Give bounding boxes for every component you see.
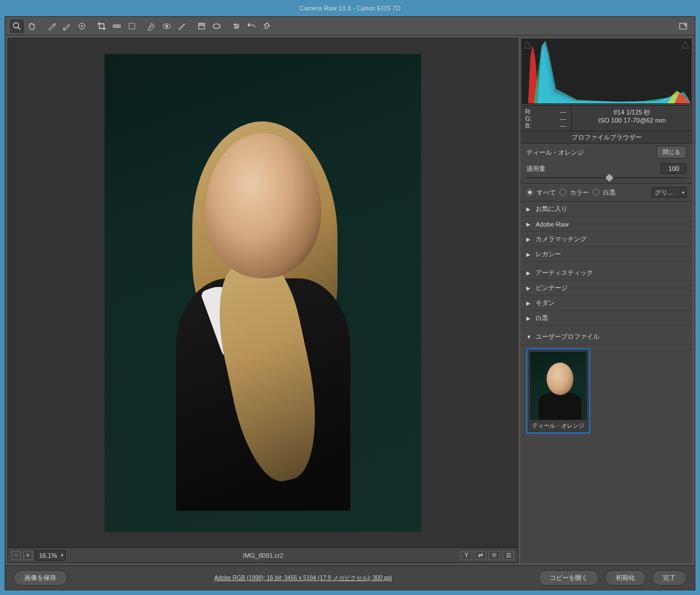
filter-all-label: すべて <box>537 188 556 197</box>
svg-point-0 <box>13 23 19 28</box>
profile-group-list: ▶お気に入り ▶Adobe Raw ▶カメラマッチング ▶レガシー ▶アーティス… <box>520 202 692 563</box>
spot-removal-tool[interactable] <box>145 19 159 33</box>
svg-line-1 <box>18 27 20 30</box>
preview-canvas[interactable] <box>8 38 518 547</box>
transform-tool[interactable] <box>125 19 139 33</box>
highlight-clip-icon[interactable] <box>681 41 690 49</box>
group-artistic[interactable]: ▶アーティスティック <box>520 266 692 281</box>
reset-button[interactable]: 初期化 <box>605 570 646 586</box>
brush-tool[interactable] <box>175 19 189 33</box>
amount-value[interactable]: 100 <box>661 163 687 174</box>
done-button[interactable]: 完了 <box>652 570 687 586</box>
radial-filter-tool[interactable] <box>210 19 224 33</box>
bottom-bar: 画像を保存 Adobe RGB (1998); 16 bit; 3456 x 5… <box>5 565 695 590</box>
group-bw[interactable]: ▶白黒 <box>520 311 692 326</box>
target-adjust-tool[interactable] <box>75 19 89 33</box>
group-legacy[interactable]: ▶レガシー <box>520 247 692 262</box>
preview-panel: − + 16.1% IMG_8091.cr2 Y ⇄ ⎘ ☰ <box>8 38 518 563</box>
side-panel: R:--- G:--- B:--- f/14 1/125 秒 ISO 100 1… <box>520 38 692 563</box>
panel-title: プロファイルブラウザー <box>520 131 692 144</box>
svg-rect-9 <box>129 23 135 29</box>
white-balance-tool[interactable] <box>45 19 59 33</box>
amount-label: 適用量 <box>526 164 656 173</box>
metadata-box: R:--- G:--- B:--- f/14 1/125 秒 ISO 100 1… <box>520 105 692 131</box>
svg-point-14 <box>213 24 220 28</box>
copy-settings-button[interactable]: ⎘ <box>489 551 500 560</box>
histogram[interactable] <box>522 39 691 104</box>
zoom-out-button[interactable]: − <box>12 551 21 560</box>
close-browser-button[interactable]: 閉じる <box>656 146 687 159</box>
svg-point-11 <box>166 25 168 27</box>
rotate-left-tool[interactable] <box>245 19 259 33</box>
shadow-clip-icon[interactable] <box>523 41 532 49</box>
app-frame: − + 16.1% IMG_8091.cr2 Y ⇄ ⎘ ☰ <box>5 16 695 590</box>
crop-tool[interactable] <box>95 19 109 33</box>
redeye-tool[interactable] <box>160 19 174 33</box>
group-camera-matching[interactable]: ▶カメラマッチング <box>520 232 692 247</box>
grad-filter-tool[interactable] <box>195 19 209 33</box>
save-image-button[interactable]: 画像を保存 <box>13 570 67 586</box>
rgb-readout: R:--- G:--- B:--- <box>520 106 572 131</box>
profile-thumbnail[interactable]: ☆ ティール・オレンジ <box>526 348 590 433</box>
filter-all-radio[interactable] <box>526 189 533 196</box>
amount-slider-thumb[interactable] <box>605 174 613 182</box>
grid-view-select[interactable]: グリ... <box>652 187 687 198</box>
rotate-right-tool[interactable] <box>260 19 274 33</box>
svg-rect-13 <box>199 23 204 26</box>
exif-readout: f/14 1/125 秒 ISO 100 17-70@62 mm <box>572 106 692 131</box>
filter-color-radio[interactable] <box>559 189 566 196</box>
svg-point-2 <box>63 28 65 30</box>
compare-y-button[interactable]: Y <box>461 551 472 560</box>
group-adobe-raw[interactable]: ▶Adobe Raw <box>520 217 692 232</box>
zoom-select[interactable]: 16.1% <box>35 550 66 561</box>
color-sampler-tool[interactable] <box>60 19 74 33</box>
fullscreen-tool[interactable] <box>676 19 690 33</box>
svg-point-20 <box>235 27 237 28</box>
hand-tool[interactable] <box>25 19 39 33</box>
profile-thumbnail-label: ティール・オレンジ <box>530 420 587 430</box>
filter-row: すべて カラー 白黒 グリ... <box>520 183 692 202</box>
toolbar <box>5 17 695 35</box>
svg-point-18 <box>235 23 236 25</box>
zoom-in-button[interactable]: + <box>23 551 33 560</box>
amount-slider[interactable] <box>520 175 692 183</box>
filter-bw-radio[interactable] <box>593 189 600 196</box>
swap-button[interactable]: ⇄ <box>475 551 486 560</box>
group-favorites[interactable]: ▶お気に入り <box>520 202 692 217</box>
preview-image <box>105 54 421 532</box>
workflow-options-link[interactable]: Adobe RGB (1998); 16 bit; 3456 x 5184 (1… <box>73 574 533 582</box>
profile-thumbnail-image <box>530 352 587 420</box>
current-profile-label: ティール・オレンジ <box>526 148 652 157</box>
svg-point-4 <box>81 25 83 27</box>
window-titlebar: Camera Raw 10.3 - Canon EOS 7D <box>0 0 700 16</box>
straighten-tool[interactable] <box>110 19 124 33</box>
open-copy-button[interactable]: コピーを開く <box>539 570 599 586</box>
zoom-tool[interactable] <box>10 19 24 33</box>
preview-footer: − + 16.1% IMG_8091.cr2 Y ⇄ ⎘ ☰ <box>8 547 518 562</box>
group-user-profiles[interactable]: ▼ユーザープロファイル <box>520 329 692 345</box>
group-vintage[interactable]: ▶ビンテージ <box>520 281 692 296</box>
preferences-tool[interactable] <box>229 19 243 33</box>
toggle-panel-button[interactable]: ☰ <box>502 551 514 560</box>
window-title: Camera Raw 10.3 - Canon EOS 7D <box>299 5 400 12</box>
filter-bw-label: 白黒 <box>603 188 616 197</box>
filter-color-label: カラー <box>570 188 589 197</box>
filename-label: IMG_8091.cr2 <box>68 552 458 559</box>
svg-point-19 <box>237 25 239 27</box>
group-modern[interactable]: ▶モダン <box>520 296 692 311</box>
